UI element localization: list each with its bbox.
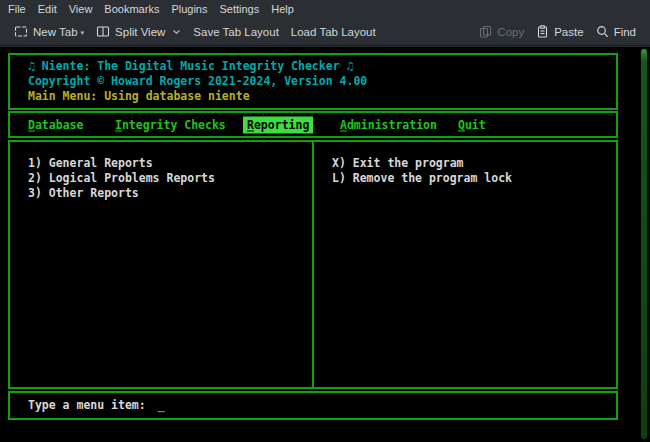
- save-tab-layout-button[interactable]: Save Tab Layout: [187, 23, 284, 41]
- prompt-label: Type a menu item:: [28, 398, 146, 413]
- new-tab-label: New Tab: [33, 26, 78, 38]
- tui-menu-quit[interactable]: Quit: [458, 117, 486, 132]
- find-button[interactable]: Find: [590, 22, 642, 41]
- copy-label: Copy: [497, 26, 524, 38]
- paste-button[interactable]: Paste: [530, 22, 589, 41]
- option-general-reports[interactable]: 1) General Reports: [28, 156, 215, 171]
- option-exit-program[interactable]: X) Exit the program: [332, 156, 512, 171]
- option-remove-lock[interactable]: L) Remove the program lock: [332, 171, 512, 186]
- label: dministration: [347, 117, 437, 131]
- new-tab-icon: [14, 25, 28, 38]
- tui-menu-database[interactable]: Database: [28, 117, 83, 132]
- copy-button[interactable]: Copy: [473, 22, 530, 41]
- terminal-scrollbar[interactable]: [641, 49, 647, 439]
- label: ntegrity Checks: [122, 117, 226, 131]
- menu-edit[interactable]: Edit: [32, 1, 63, 17]
- report-options-list: 1) General Reports 2) Logical Problems R…: [28, 156, 215, 201]
- copy-icon: [479, 25, 492, 38]
- paste-icon: [536, 25, 549, 38]
- panel-divider: [312, 142, 314, 387]
- text-cursor[interactable]: _: [158, 398, 165, 413]
- option-other-reports[interactable]: 3) Other Reports: [28, 186, 215, 201]
- search-icon: [596, 25, 609, 38]
- menu-file[interactable]: File: [2, 1, 32, 17]
- tui-menu-integrity-checks[interactable]: Integrity Checks: [115, 117, 226, 132]
- tui-prompt-box[interactable]: Type a menu item: _: [8, 391, 618, 420]
- option-logical-problems-reports[interactable]: 2) Logical Problems Reports: [28, 171, 215, 186]
- load-tab-layout-button[interactable]: Load Tab Layout: [285, 23, 382, 41]
- hotkey: R: [247, 117, 254, 131]
- menu-view[interactable]: View: [63, 1, 99, 17]
- hotkey: Q: [458, 117, 465, 131]
- new-tab-button[interactable]: New Tab ▾: [8, 22, 90, 41]
- new-tab-menu-caret: ▾: [81, 29, 85, 37]
- copyright-line: Copyright © Howard Rogers 2021-2024, Ver…: [28, 74, 616, 89]
- split-view-icon: [96, 25, 110, 38]
- menu-plugins[interactable]: Plugins: [165, 1, 213, 17]
- tui-panels: 1) General Reports 2) Logical Problems R…: [8, 140, 618, 389]
- label: atabase: [35, 117, 83, 131]
- hotkey: I: [115, 117, 122, 131]
- tui-header-box: ♫ Niente: The Digital Music Integrity Ch…: [8, 53, 618, 110]
- hotkey: A: [340, 117, 347, 131]
- find-label: Find: [614, 26, 636, 38]
- window-chrome: File Edit View Bookmarks Plugins Setting…: [0, 0, 650, 47]
- chevron-down-icon: [172, 29, 181, 35]
- menu-bookmarks[interactable]: Bookmarks: [98, 1, 165, 17]
- status-line: Main Menu: Using database niente: [28, 89, 616, 104]
- save-tab-layout-label: Save Tab Layout: [193, 26, 278, 38]
- hotkey: D: [28, 117, 35, 131]
- toolbar: New Tab ▾ Split View Save Tab Layout Loa…: [0, 18, 650, 46]
- split-view-label: Split View: [115, 26, 165, 38]
- label: uit: [465, 117, 486, 131]
- tui-menu-reporting-selected[interactable]: Reporting: [243, 116, 313, 133]
- split-view-button[interactable]: Split View: [90, 22, 187, 41]
- menu-settings[interactable]: Settings: [213, 1, 265, 17]
- load-tab-layout-label: Load Tab Layout: [291, 26, 376, 38]
- label: eporting: [254, 117, 309, 131]
- tui-menu-bar: Database Integrity Checks Reporting Admi…: [8, 111, 618, 138]
- program-options-list: X) Exit the program L) Remove the progra…: [332, 156, 512, 186]
- app-title: ♫ Niente: The Digital Music Integrity Ch…: [28, 59, 616, 74]
- menubar: File Edit View Bookmarks Plugins Setting…: [0, 0, 650, 18]
- terminal-view[interactable]: ♫ Niente: The Digital Music Integrity Ch…: [0, 47, 650, 442]
- menu-help[interactable]: Help: [265, 1, 300, 17]
- tui-menu-administration[interactable]: Administration: [340, 117, 437, 132]
- paste-label: Paste: [554, 26, 583, 38]
